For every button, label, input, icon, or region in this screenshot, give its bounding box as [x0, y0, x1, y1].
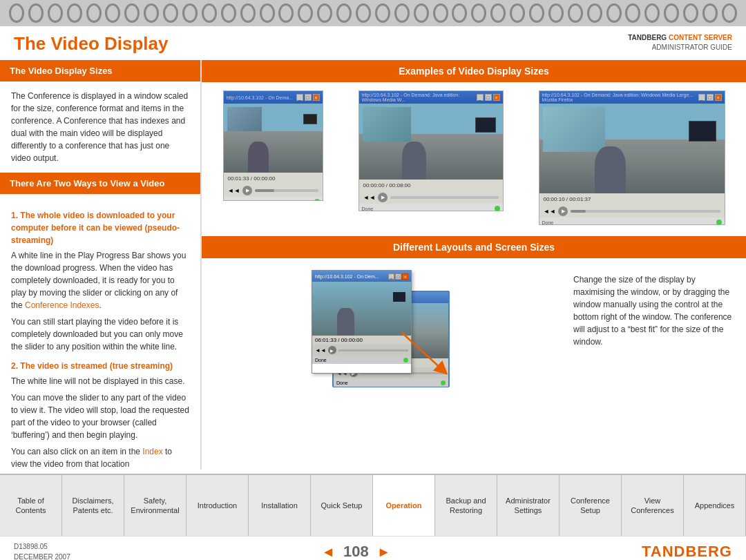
spiral-ring: [433, 3, 448, 23]
brand-info: TANDBERG CONTENT SERVER ADMINISTRATOR GU…: [628, 33, 732, 52]
doc-number: D13898.05: [14, 541, 70, 552]
minimize-btn-m[interactable]: _: [477, 94, 484, 101]
doc-date: DECEMBER 2007: [14, 552, 70, 560]
spiral-ring: [452, 3, 467, 23]
maximize-btn-m[interactable]: □: [485, 94, 492, 101]
progress-bar-small: [255, 189, 318, 192]
video-area-small: [224, 104, 323, 173]
maximize-btn-l[interactable]: □: [707, 94, 714, 101]
video-area-large: [539, 104, 725, 193]
spiral-ring: [144, 3, 159, 23]
section2-header: There Are Two Ways to View a Video: [0, 173, 200, 194]
video-examples-row: http://10.64.3.102 - On Dema... _ □ ×: [202, 82, 746, 233]
layouts-right: Change the size of the display by maximi…: [573, 267, 739, 348]
spiral-ring: [490, 3, 506, 23]
play-btn-small[interactable]: ▶: [242, 186, 252, 195]
spiral-ring: [317, 3, 332, 23]
spiral-ring: [587, 3, 602, 23]
section1-body: The Conference is displayed in a window …: [0, 81, 200, 173]
tab-safety[interactable]: Safety, Environmental: [124, 475, 186, 536]
guide-label: ADMINISTRATOR GUIDE: [652, 44, 732, 51]
brand-logo: TANDBERG: [642, 543, 732, 560]
play-btn-large[interactable]: ▶: [558, 206, 568, 216]
browser-titlebar-small: http://10.64.3.102 - On Dema... _ □ ×: [224, 91, 323, 104]
tab-operation[interactable]: Operation: [373, 475, 435, 536]
tab-introduction[interactable]: Introduction: [186, 475, 249, 536]
maximize-btn[interactable]: □: [305, 94, 312, 101]
section1-header: The Video Display Sizes: [0, 60, 200, 81]
page-number-area: ◄ 108 ►: [321, 543, 390, 560]
brand-content-server: CONTENT SERVER: [669, 34, 732, 41]
section2-body: 1. The whole video is downloaded to your…: [0, 194, 200, 474]
spiral-ring: [9, 3, 24, 23]
spiral-ring: [394, 3, 410, 23]
left-column: The Video Display Sizes The Conference i…: [0, 60, 200, 470]
item1-body1: A white line in the Play Progress Bar sh…: [11, 249, 189, 311]
window-front: http://10.64.3.102 - On Dem... _ □ ×: [312, 270, 412, 374]
browser-buttons-small: _ □ ×: [296, 94, 320, 101]
spiral-ring: [105, 3, 120, 23]
play-btn-medium[interactable]: ▶: [378, 193, 388, 202]
item1-label: 1. The whole video is downloaded to your…: [11, 209, 189, 247]
browser-titlebar-large: http://10.64.3.102 - On Demand: Java edi…: [539, 91, 725, 104]
spiral-ring: [510, 3, 525, 23]
main-layout: The Video Display Sizes The Conference i…: [0, 60, 746, 470]
spiral-ring: [278, 3, 294, 23]
spiral-ring: [529, 3, 544, 23]
spiral-ring: [48, 3, 63, 23]
scene-small: [224, 104, 323, 173]
spiral-ring: [356, 3, 371, 23]
close-btn-l[interactable]: ×: [715, 94, 722, 101]
resize-arrow: [398, 329, 453, 377]
item2-body2: You can move the slider to any part of t…: [11, 392, 189, 441]
spiral-ring: [182, 3, 198, 23]
spiral-ring: [683, 3, 698, 23]
index-link[interactable]: Index: [142, 447, 162, 456]
layouts-section: Different Layouts and Screen Sizes On De…: [202, 236, 746, 413]
footer-nav: Table of Contents Disclaimers, Patents e…: [0, 474, 746, 536]
browser-buttons-large: _ □ ×: [698, 94, 722, 101]
video-area-medium: [359, 104, 503, 180]
spiral-ring: [221, 3, 236, 23]
spiral-ring: [298, 3, 313, 23]
section1-text: The Conference is displayed in a window …: [11, 90, 189, 164]
browser-controls-small: 00:01:33 / 00:00:00: [224, 173, 323, 184]
scene-medium: [359, 104, 503, 180]
spiral-ring: [86, 3, 102, 23]
status-dot-medium: [495, 206, 500, 211]
tab-conference-setup[interactable]: Conference Setup: [560, 475, 622, 536]
tab-backup[interactable]: Backup and Restoring: [435, 475, 497, 536]
spiral-ring: [471, 3, 486, 23]
conference-indexes-link[interactable]: Conference Indexes: [25, 300, 99, 310]
minimize-btn[interactable]: _: [296, 94, 303, 101]
statusbar-medium: Done: [359, 204, 503, 211]
close-btn[interactable]: ×: [313, 94, 320, 101]
spiral-ring: [67, 3, 82, 23]
spiral-ring: [548, 3, 564, 23]
close-btn-m[interactable]: ×: [493, 94, 500, 101]
examples-header: Examples of Video Display Sizes: [202, 60, 746, 82]
tab-disclaimers[interactable]: Disclaimers, Patents etc.: [62, 475, 124, 536]
layouts-body: On Demand... 00:01:33 / 00:00:00 ◄◄ ▶: [202, 258, 746, 413]
minimize-btn-l[interactable]: _: [698, 94, 705, 101]
spiral-ring: [722, 3, 737, 23]
tab-appendices[interactable]: Appendices: [684, 475, 746, 536]
page-header: The Video Display TANDBERG CONTENT SERVE…: [0, 26, 746, 60]
right-column: Examples of Video Display Sizes http://1…: [200, 60, 746, 470]
status-dot-small: [314, 199, 320, 201]
windows-stack: On Demand... 00:01:33 / 00:00:00 ◄◄ ▶: [308, 267, 460, 405]
layouts-left: On Demand... 00:01:33 / 00:00:00 ◄◄ ▶: [209, 267, 560, 405]
prev-page-arrow[interactable]: ◄: [321, 544, 335, 560]
tab-admin-settings[interactable]: Administrator Settings: [497, 475, 560, 536]
spiral-ring: [414, 3, 429, 23]
next-page-arrow[interactable]: ►: [377, 544, 391, 560]
tab-table-of-contents[interactable]: Table of Contents: [0, 475, 62, 536]
statusbar-large: Done: [539, 218, 725, 225]
tab-quick-setup[interactable]: Quick Setup: [311, 475, 373, 536]
browser-titlebar-medium: http://10.64.3.102 - On Demand: Java edi…: [359, 91, 503, 104]
item2-label: 2. The video is streamed (true streaming…: [11, 360, 189, 372]
tab-view-conferences[interactable]: View Conferences: [622, 475, 684, 536]
layouts-body-text: Change the size of the display by maximi…: [573, 273, 739, 348]
spiral-ring: [568, 3, 583, 23]
tab-installation[interactable]: Installation: [249, 475, 311, 536]
